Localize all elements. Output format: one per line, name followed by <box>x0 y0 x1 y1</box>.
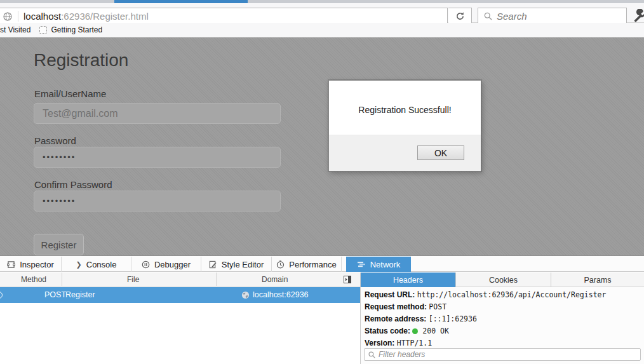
devtools-panel: Inspector ❯ Console Debugger Style Edito… <box>0 255 644 364</box>
bookmark-placeholder-icon <box>39 26 47 34</box>
request-domain: localhost:62936 <box>253 290 309 299</box>
header-request-method: Request method: POST <box>365 302 446 311</box>
bookmark-most-visited[interactable]: st Visited <box>0 25 30 34</box>
network-request-list: Method File Domain POST Register localho… <box>0 273 361 364</box>
console-icon: ❯ <box>76 260 82 269</box>
detail-tabs: Headers Cookies Params <box>361 273 644 287</box>
tab-label: Style Editor <box>222 260 264 269</box>
password-label: Password <box>34 135 76 146</box>
request-method: POST <box>44 290 66 299</box>
urlbar-divider <box>18 11 18 22</box>
email-field[interactable] <box>34 103 281 124</box>
reload-icon <box>455 11 465 21</box>
header-version: Version: HTTP/1.1 <box>365 339 432 347</box>
request-row[interactable]: POST Register localhost:62936 <box>0 287 360 303</box>
debugger-icon <box>142 260 150 269</box>
filter-headers-input[interactable]: Filter headers <box>364 348 641 361</box>
page-title: Registration <box>34 50 128 71</box>
bookmarks-bar: st Visited Getting Started <box>0 23 644 37</box>
tab-network[interactable]: Network <box>346 257 411 272</box>
header-request-url: Request URL: http://localhost:62936/api/… <box>365 290 606 299</box>
tab-label: Performance <box>289 260 336 269</box>
header-status-code: Status code: 200 OK <box>365 327 449 335</box>
toggle-details-icon[interactable] <box>344 276 351 283</box>
page-content: Registration Email/UserName Password Con… <box>0 37 644 255</box>
register-button[interactable]: Register <box>34 234 84 255</box>
filter-placeholder: Filter headers <box>379 350 425 359</box>
bookmark-label: Getting Started <box>51 25 102 34</box>
inspector-icon <box>7 261 15 268</box>
tab-console[interactable]: ❯ Console <box>62 257 131 272</box>
tab-label: Debugger <box>154 260 191 269</box>
bookmark-label: st Visited <box>0 25 30 34</box>
url-host: localhost <box>23 11 61 22</box>
filter-search-icon <box>368 351 375 358</box>
tab-cookies[interactable]: Cookies <box>456 273 551 287</box>
alert-dialog: Registration Sucessfull! OK <box>328 80 481 172</box>
column-divider <box>216 273 217 286</box>
bookmark-getting-started[interactable]: Getting Started <box>30 25 102 34</box>
tab-label: Network <box>370 260 401 269</box>
column-divider <box>62 273 62 286</box>
domain-globe-icon <box>241 291 250 299</box>
reload-button[interactable] <box>448 8 472 25</box>
tab-label: Console <box>86 260 117 269</box>
style-editor-icon <box>209 260 217 269</box>
column-file[interactable]: File <box>127 275 139 284</box>
url-path: :62936/Register.html <box>61 11 149 22</box>
email-label: Email/UserName <box>34 88 106 99</box>
search-placeholder: Search <box>497 11 527 22</box>
request-detail-panel: Headers Cookies Params Request URL: http… <box>361 273 644 364</box>
ok-button[interactable]: OK <box>417 145 464 160</box>
alert-message: Registration Sucessfull! <box>329 105 481 115</box>
confirm-password-label: Confirm Password <box>34 179 112 190</box>
column-domain[interactable]: Domain <box>262 275 288 284</box>
performance-icon <box>276 260 285 269</box>
tab-performance[interactable]: Performance <box>272 257 342 272</box>
request-file: Register <box>65 290 95 299</box>
confirm-password-field[interactable] <box>34 191 281 212</box>
column-method[interactable]: Method <box>21 275 46 284</box>
globe-icon <box>3 12 12 21</box>
alert-footer: OK <box>329 135 481 171</box>
tab-label: Inspector <box>20 260 53 269</box>
status-green-dot <box>412 328 418 334</box>
network-icon <box>357 260 366 268</box>
tab-headers[interactable]: Headers <box>361 273 456 287</box>
devtools-toolbar: Inspector ❯ Console Debugger Style Edito… <box>0 257 644 272</box>
tab-debugger[interactable]: Debugger <box>131 257 201 272</box>
request-table-header: Method File Domain <box>0 273 360 286</box>
status-indicator-fragment <box>0 292 3 299</box>
tab-params[interactable]: Params <box>551 273 644 287</box>
wrench-icon[interactable] <box>632 9 644 23</box>
password-field[interactable] <box>34 147 281 168</box>
tab-style-editor[interactable]: Style Editor <box>201 257 272 272</box>
header-remote-address: Remote address: [::1]:62936 <box>365 314 477 323</box>
tab-inspector[interactable]: Inspector <box>0 257 62 272</box>
search-box[interactable]: Search <box>478 8 627 25</box>
url-bar[interactable]: localhost:62936/Register.html <box>0 8 448 25</box>
search-icon <box>484 12 492 20</box>
